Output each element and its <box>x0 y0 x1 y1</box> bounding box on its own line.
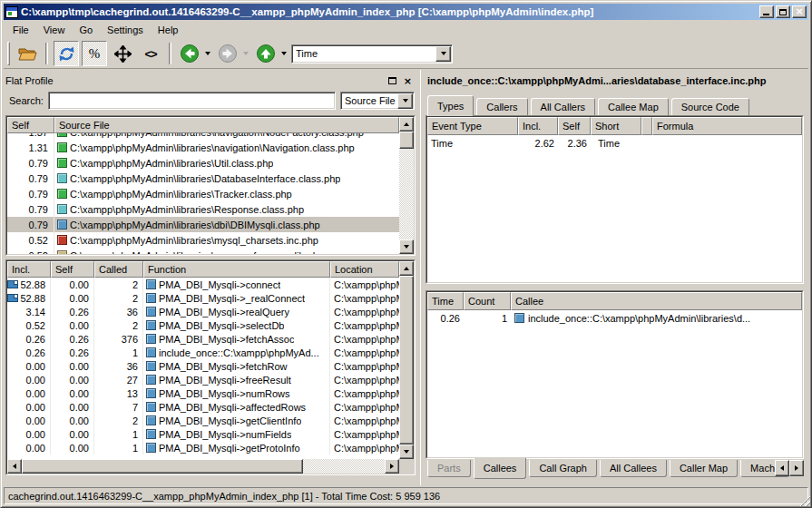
column-header-location[interactable]: Location <box>330 261 399 278</box>
combobox-arrow-button[interactable] <box>397 93 413 109</box>
column-header-function[interactable]: Function <box>143 261 330 278</box>
scrollbar-track[interactable] <box>303 459 385 474</box>
column-header-formula[interactable]: Formula <box>652 117 802 135</box>
percent-icon: % <box>89 46 101 62</box>
callee-row[interactable]: 0.26 1 include_once::C:\xampp\phpMyAdmin… <box>427 310 802 326</box>
scroll-right-button[interactable] <box>385 459 399 474</box>
minimize-button[interactable] <box>759 5 774 18</box>
event-type-combobox[interactable]: Time <box>291 44 453 64</box>
tab-all-callers[interactable]: All Callers <box>531 98 596 115</box>
function-row[interactable]: 3.14 0.26 36 PMA_DBI_Mysqli->realQuery C… <box>7 305 399 318</box>
relative-cost-toggle[interactable]: % <box>82 41 107 66</box>
column-header-called[interactable]: Called <box>94 261 143 278</box>
column-header-source-file[interactable]: Source File <box>54 117 399 133</box>
tab-callees[interactable]: Callees <box>474 458 527 479</box>
tab-scroll-right-button[interactable] <box>789 460 804 476</box>
file-row[interactable]: 0.52 C:\xampp\phpMyAdmin\libraries\mysql… <box>7 232 399 248</box>
tab-call-graph[interactable]: Call Graph <box>529 460 597 477</box>
open-file-button[interactable] <box>15 41 40 66</box>
group-by-combobox[interactable]: Source File <box>340 92 415 110</box>
column-header-self[interactable]: Self <box>7 117 54 133</box>
column-header-count[interactable]: Count <box>464 292 511 310</box>
file-row[interactable]: 0.79 C:\xampp\phpMyAdmin\libraries\dbi\D… <box>7 217 399 232</box>
triangle-down-icon <box>404 450 409 456</box>
file-row[interactable]: 0.79 C:\xampp\phpMyAdmin\libraries\Track… <box>7 186 399 201</box>
column-header-time[interactable]: Time <box>427 292 464 310</box>
back-button[interactable] <box>177 41 202 66</box>
function-table-vscrollbar[interactable] <box>399 261 414 474</box>
location-cell: C:\xampp\phpMy <box>330 429 399 440</box>
close-panel-icon[interactable]: × <box>404 77 412 85</box>
float-panel-icon[interactable] <box>388 77 396 84</box>
menu-item-file[interactable]: File <box>5 23 36 37</box>
search-input[interactable] <box>48 92 336 110</box>
file-row[interactable]: 0.79 C:\xampp\phpMyAdmin\libraries\Respo… <box>7 201 399 217</box>
file-row[interactable]: 0.52 C:\xampp\phpMyAdmin\libraries\user_… <box>7 248 399 254</box>
file-row[interactable]: 0.79 C:\xampp\phpMyAdmin\libraries\Datab… <box>7 171 399 186</box>
function-row[interactable]: 0.00 0.00 1 PMA_DBI_Mysqli->getProtoInfo… <box>7 441 399 454</box>
column-header-incl[interactable]: Incl. <box>7 261 51 278</box>
scrollbar-thumb[interactable] <box>399 132 414 149</box>
forward-button[interactable] <box>215 41 240 66</box>
close-button[interactable]: × <box>792 5 807 18</box>
scrollbar-track[interactable] <box>399 149 414 239</box>
self-cost-cell: 0.26 <box>51 332 94 346</box>
cycle-event-button[interactable] <box>54 41 79 66</box>
function-row[interactable]: 0.00 0.00 27 PMA_DBI_Mysqli->freeResult … <box>7 373 399 386</box>
scroll-down-button[interactable] <box>399 444 414 459</box>
app-window: C:\xampp\tmp\cachegrind.out.1416463299-C… <box>0 0 812 508</box>
shorten-templates-toggle[interactable]: <> <box>138 41 163 66</box>
tab-scroll-left-button[interactable] <box>775 460 789 476</box>
column-header-callee[interactable]: Callee <box>511 292 802 310</box>
scroll-up-button[interactable] <box>399 117 414 132</box>
toolbar-handle[interactable] <box>7 42 10 65</box>
up-dropdown-arrow[interactable] <box>281 52 287 58</box>
function-row[interactable]: 0.26 0.26 1 include_once::C:\xampp\phpMy… <box>7 346 399 359</box>
back-dropdown-arrow[interactable] <box>205 52 210 58</box>
column-header-self[interactable]: Self <box>51 261 94 278</box>
menu-item-settings[interactable]: Settings <box>100 23 151 37</box>
menu-item-help[interactable]: Help <box>151 23 186 37</box>
scrollbar-thumb[interactable] <box>399 276 414 444</box>
file-row[interactable]: 1.37 C:\xampp\phpMyAdmin\libraries\navig… <box>7 133 399 140</box>
event-type-row[interactable]: Time 2.62 2.36 Time <box>427 135 802 151</box>
function-row[interactable]: 0.26 0.26 376 PMA_DBI_Mysqli->fetchAssoc… <box>7 332 399 346</box>
file-list-scrollbar[interactable] <box>399 117 414 254</box>
column-header-short[interactable]: Short <box>591 117 641 135</box>
file-row[interactable]: 1.31 C:\xampp\phpMyAdmin\libraries\navig… <box>7 140 399 155</box>
function-row[interactable]: 0.00 0.00 2 PMA_DBI_Mysqli->getClientInf… <box>7 414 399 427</box>
menu-item-view[interactable]: View <box>36 23 73 37</box>
tab-callers[interactable]: Callers <box>476 98 527 115</box>
function-row[interactable]: 52.88 0.00 2 PMA_DBI_Mysqli->_realConnec… <box>7 291 399 305</box>
up-button[interactable] <box>253 41 279 66</box>
tab-source-code[interactable]: Source Code <box>671 98 749 115</box>
combobox-arrow-button[interactable] <box>435 46 451 62</box>
menu-item-go[interactable]: Go <box>72 23 100 37</box>
function-row[interactable]: 0.00 0.00 13 PMA_DBI_Mysqli->numRows C:\… <box>7 386 399 400</box>
scroll-down-button[interactable] <box>399 239 414 254</box>
function-icon <box>146 320 156 330</box>
function-row[interactable]: 0.52 0.00 2 PMA_DBI_Mysqli->selectDb C:\… <box>7 318 399 332</box>
column-header-self[interactable]: Self <box>558 117 591 135</box>
maximize-button[interactable] <box>776 5 790 18</box>
column-header-event-type[interactable]: Event Type <box>427 117 518 135</box>
tab-caller-map[interactable]: Caller Map <box>670 460 738 477</box>
tab-callee-map[interactable]: Callee Map <box>598 98 669 115</box>
event-types-table: Event Type Incl. Self Short Formula Time… <box>426 115 804 284</box>
file-row[interactable]: 0.79 C:\xampp\phpMyAdmin\libraries\Util.… <box>7 155 399 171</box>
tab-all-callees[interactable]: All Callees <box>600 460 667 477</box>
scrollbar-thumb[interactable] <box>22 459 303 474</box>
forward-dropdown-arrow[interactable] <box>243 52 249 58</box>
relative-to-parent-toggle[interactable] <box>110 41 135 66</box>
tab-parts[interactable]: Parts <box>427 460 471 477</box>
tab-types[interactable]: Types <box>427 95 474 116</box>
function-row[interactable]: 0.00 0.00 1 PMA_DBI_Mysqli->numFields C:… <box>7 427 399 441</box>
scroll-left-button[interactable] <box>7 459 22 474</box>
scroll-up-button[interactable] <box>399 261 414 276</box>
column-header-spacer[interactable] <box>641 117 652 135</box>
function-row[interactable]: 0.00 0.00 36 PMA_DBI_Mysqli->fetchRow C:… <box>7 359 399 373</box>
function-row[interactable]: 0.00 0.00 7 PMA_DBI_Mysqli->affectedRows… <box>7 400 399 414</box>
function-row[interactable]: 52.88 0.00 2 PMA_DBI_Mysqli->connect C:\… <box>7 278 399 291</box>
function-table-hscrollbar[interactable] <box>7 459 399 474</box>
column-header-incl[interactable]: Incl. <box>518 117 558 135</box>
